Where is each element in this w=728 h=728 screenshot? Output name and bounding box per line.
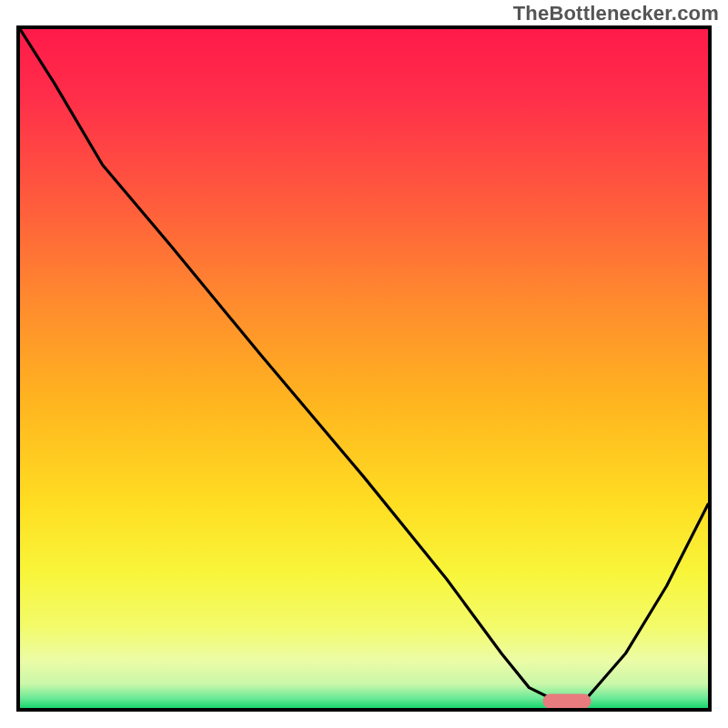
gradient-background [20,29,708,708]
chart-svg [20,29,708,708]
plot-area [20,29,708,708]
watermark-text: TheBottlenecker.com [513,2,719,25]
marker-group [543,694,592,708]
plot-border [16,25,712,712]
optimal-marker [543,694,592,708]
